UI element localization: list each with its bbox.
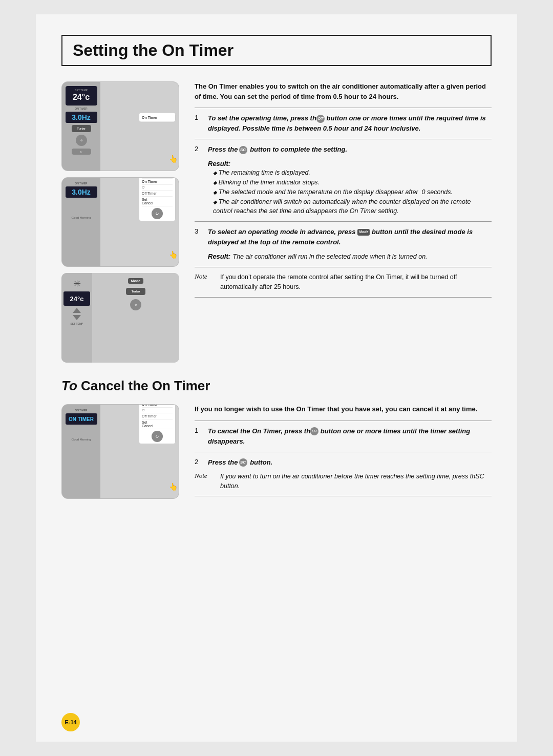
remote-image-1: SET TEMP 24°c ON TIMER 3.0Hz Turbo ⚙ ▷ — [61, 81, 179, 171]
on-timer-label-1: ON TIMER — [75, 107, 87, 110]
remote-popup-area-4: ▷ On Timer ⏱ Off Timer SetCancel ⏻ 👆 — [100, 405, 179, 498]
mode-badge[interactable]: Mode — [128, 278, 143, 284]
btn-row-1: Turbo — [72, 124, 91, 133]
timer-display-1: 3.0Hz — [66, 112, 97, 123]
remote-body-2: ON TIMER 3.0Hz Good Morning — [62, 178, 100, 266]
set-cancel-icon-s2: SC — [239, 146, 247, 154]
left-column: SET TEMP 24°c ON TIMER 3.0Hz Turbo ⚙ ▷ — [61, 81, 179, 363]
clock-item-4: ⏱ — [142, 408, 173, 413]
mode-icon-s3: Mode — [357, 229, 370, 236]
on-timer-menu-item: On Timer — [142, 115, 173, 120]
set-cancel-btn-4[interactable]: ⏻ — [152, 431, 163, 442]
timer-display-4: ON TIMER — [66, 413, 97, 425]
cancel-step-1-text: To cancel the On Timer, press thOT butto… — [208, 426, 492, 447]
turbo-btn-1[interactable]: Turbo — [72, 125, 91, 132]
note-text: If you don’t operate the remote control … — [220, 272, 492, 292]
step-3-block: 3 To select an operating mode in advance… — [195, 227, 492, 247]
remote-mode-left: ✳ 24°c SET TEMP — [61, 273, 92, 363]
divider-4 — [195, 297, 492, 298]
step-1-block: 1 To set the operating time, press thOT … — [195, 113, 492, 134]
temp-up-btn[interactable] — [73, 308, 81, 313]
remote-display-1: SET TEMP 24°c — [66, 86, 97, 106]
cancel-step-2-text: Press theSC button. — [208, 457, 272, 468]
result-bullet-1: The remaining time is displayed. — [213, 168, 492, 178]
timer-value-2: 3.0Hz — [72, 188, 91, 196]
content-area: SET TEMP 24°c ON TIMER 3.0Hz Turbo ⚙ ▷ — [61, 81, 492, 363]
cancel-note-text: If you want to turn on the air condition… — [220, 472, 492, 491]
result-bullet-4: The air conditioner will switch on autom… — [213, 197, 492, 217]
intro-text: The On Timer enables you to switch on th… — [195, 81, 492, 101]
divider-3 — [195, 267, 492, 267]
finger-icon-4: 👆 — [169, 482, 178, 491]
result-bullet-2: Blinking of the timer indicator stops. — [213, 178, 492, 187]
good-morning-label-4: Good Morning — [71, 438, 91, 441]
cancel-step-2-num: 2 — [195, 457, 203, 468]
note-block: Note If you don’t operate the remote con… — [195, 272, 492, 292]
remote-popup-area-1: On Timer 👆 — [100, 82, 179, 171]
cancel-note-block: Note If you want to turn on the air cond… — [195, 472, 492, 491]
right-column: The On Timer enables you to switch on th… — [195, 81, 492, 363]
result-3-block: Result: The air conditioner will run in … — [208, 251, 492, 262]
page-title: Setting the On Timer — [73, 41, 233, 59]
misc-btn-1[interactable]: ⚙ — [76, 135, 87, 146]
timer-value-1: 3.0Hz — [72, 113, 91, 121]
timer-display-2: 3.0Hz — [66, 186, 97, 198]
set-cancel-btn-2[interactable]: ⏻ — [152, 208, 163, 219]
temp-down-btn[interactable] — [73, 315, 81, 320]
cancel-step-1-block: 1 To cancel the On Timer, press thOT but… — [195, 426, 492, 447]
step-2-block: 2 Press theSC button to complete the set… — [195, 144, 492, 155]
set-cancel-item: SetCancel — [142, 197, 173, 206]
finger-icon-2: 👆 — [169, 250, 178, 259]
mode-temp-display: 24°c — [63, 291, 90, 306]
on-timer-menu-item-2: On Timer — [142, 179, 173, 185]
on-timer-icon-s1: OT — [316, 115, 325, 123]
cancel-step-2-block: 2 Press theSC button. — [195, 457, 492, 468]
cancel-divider-0 — [195, 421, 492, 421]
result-2-block: Result: The remaining time is displayed.… — [208, 159, 492, 216]
page: Setting the On Timer SET TEMP 24°c ON TI… — [36, 14, 517, 742]
cancel-section: To Cancel the On Timer ON TIMER ON TIMER… — [61, 378, 492, 501]
off-timer-menu-item-4: Off Timer — [142, 413, 173, 419]
step-2-text: Press theSC button to complete the setti… — [208, 144, 347, 155]
step-1-text: To set the operating time, press thOT bu… — [208, 113, 492, 134]
remote-menu-4: ▷ On Timer ⏱ Off Timer SetCancel ⏻ — [139, 404, 176, 444]
set-temp-label-3: SET TEMP — [71, 322, 83, 325]
cancel-title-text: Cancel the On Timer — [81, 378, 210, 393]
cancel-right-col: If you no longer wish to use the On Time… — [195, 404, 492, 501]
finger-icon-1: 👆 — [169, 155, 178, 163]
remote-mode-right: Mode Turbo ⚙ — [92, 273, 179, 363]
forward-btn-1[interactable]: ▷ — [72, 149, 91, 155]
snowflake-icon: ✳ — [73, 278, 81, 289]
remote-image-2: ON TIMER 3.0Hz Good Morning ▷ On Timer ⏱… — [61, 177, 179, 267]
cancel-note-label: Note — [195, 472, 215, 491]
turbo-btn-3[interactable]: Turbo — [126, 288, 145, 295]
cancel-left-col: ON TIMER ON TIMER Good Morning ▷ On Time… — [61, 404, 179, 501]
divider-0 — [195, 108, 492, 108]
step-2-num: 2 — [195, 144, 203, 155]
result-2-bullets: The remaining time is displayed. Blinkin… — [208, 168, 492, 216]
temp-value-1: 24°c — [73, 92, 90, 103]
cancel-content: ON TIMER ON TIMER Good Morning ▷ On Time… — [61, 404, 492, 501]
remote-image-4: ON TIMER ON TIMER Good Morning ▷ On Time… — [61, 404, 179, 499]
set-cancel-icon-c2: SC — [239, 458, 247, 467]
remote-popup-area-2: ▷ On Timer ⏱ Off Timer SetCancel ⏻ 👆 — [100, 178, 179, 266]
divider-1 — [195, 139, 492, 139]
off-timer-menu-item: Off Timer — [142, 191, 173, 197]
misc-btn-3[interactable]: ⚙ — [130, 299, 141, 310]
remote-menu-2: ▷ On Timer ⏱ Off Timer SetCancel ⏻ — [139, 177, 176, 221]
result-2-label: Result: — [208, 160, 230, 167]
title-box: Setting the On Timer — [61, 35, 492, 66]
on-timer-icon-c1: OT — [310, 427, 318, 435]
step-3-text: To select an operating mode in advance, … — [208, 227, 492, 247]
note-label: Note — [195, 272, 215, 292]
page-number-badge: E-14 — [61, 713, 80, 731]
small-icon-item: ⏱ — [142, 185, 173, 191]
set-cancel-item-4: SetCancel — [142, 419, 173, 429]
step-1-num: 1 — [195, 113, 203, 134]
result-bullet-3: The selected mode and the temperature on… — [213, 187, 492, 197]
remote-body-4: ON TIMER ON TIMER Good Morning — [62, 405, 100, 498]
remote-menu-1: On Timer — [139, 113, 176, 122]
cancel-divider-2 — [195, 496, 492, 496]
set-cancel-icon-note: SC — [475, 473, 484, 480]
cancel-step-1-num: 1 — [195, 426, 203, 447]
